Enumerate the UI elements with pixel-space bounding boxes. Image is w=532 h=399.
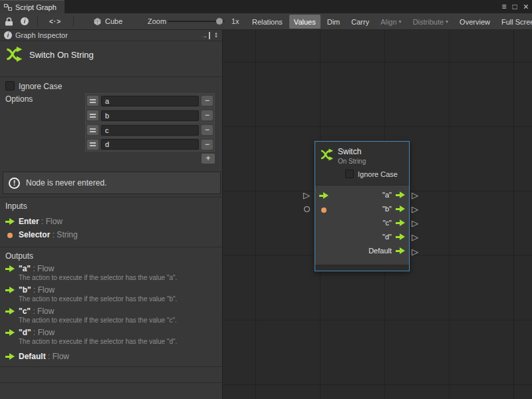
target-object-selector[interactable]: Cube [93, 13, 122, 29]
node-header[interactable]: Switch On String Ignore Case [315, 142, 409, 186]
string-port-icon [7, 233, 13, 238]
divider [0, 247, 222, 247]
dock-icon[interactable]: → [201, 32, 210, 39]
toolbar-button-values[interactable]: Values [289, 15, 321, 29]
flow-input-port-icon[interactable] [319, 192, 329, 199]
code-icon[interactable]: <·> [49, 13, 61, 29]
graph-inspector-panel: i Graph Inspector → ▲ ▼ Switch On String… [0, 30, 223, 399]
remove-option-button[interactable]: − [201, 110, 213, 120]
target-object-label: Cube [105, 17, 122, 25]
inspected-node-title: Switch On String [29, 50, 94, 60]
drag-handle-icon[interactable] [87, 125, 98, 135]
output-connector-a[interactable]: ▷ [412, 191, 418, 200]
remove-option-button[interactable]: − [201, 96, 213, 106]
drag-handle-icon[interactable] [87, 110, 98, 120]
toolbar-button-fullscreen[interactable]: Full Screen [497, 15, 532, 29]
port-type: : Flow [33, 285, 55, 295]
toolbar-button-distribute[interactable]: Distribute ▾ [408, 15, 453, 29]
tab-title: Script Graph [15, 3, 57, 11]
window-menu-icon[interactable]: ≡ [502, 3, 507, 11]
options-list: − − − − [85, 93, 215, 152]
node-port-label: "c" [383, 219, 392, 227]
toolbar-button-carry[interactable]: Carry [346, 15, 374, 29]
flow-output-port-icon[interactable] [396, 192, 406, 198]
output-port-b: "b" : Flow The action to execute if the … [0, 285, 222, 296]
unity-window: Script Graph ≡ □ × i <·> Cube Z [0, 0, 532, 399]
option-input[interactable] [101, 125, 199, 136]
option-input[interactable] [101, 96, 199, 106]
divider [0, 76, 222, 77]
output-port-a: "a" : Flow The action to execute if the … [0, 264, 222, 275]
node-body: "a" "b" "c" [315, 186, 409, 259]
close-icon[interactable]: × [523, 2, 529, 11]
port-description: The action to execute if the selector ha… [19, 317, 215, 324]
port-type: : Flow [41, 217, 63, 226]
node-port-row: Default [315, 245, 409, 259]
add-option-button[interactable]: + [201, 154, 215, 164]
ignore-case-checkbox[interactable] [5, 81, 15, 90]
output-connector-default[interactable]: ▷ [412, 247, 418, 256]
info-toggle-icon[interactable]: i [21, 13, 29, 29]
node-title: Switch [338, 147, 361, 156]
flow-output-port-icon[interactable] [396, 219, 406, 226]
tab-script-graph[interactable]: Script Graph [0, 0, 65, 13]
node-port-row: "d" [315, 231, 409, 245]
flow-output-port-icon[interactable] [396, 205, 406, 212]
port-description: The action to execute if the selector ha… [19, 295, 215, 303]
divider [0, 366, 222, 367]
flow-output-port-icon[interactable] [396, 247, 406, 254]
port-description: The action to execute if the selector ha… [19, 338, 215, 345]
toolbar-button-align[interactable]: Align ▾ [376, 15, 406, 29]
output-port-default: Default : Flow [0, 352, 222, 362]
scroll-down-icon[interactable]: ▼ [214, 35, 218, 39]
node-port-label: Default [368, 247, 392, 255]
drag-handle-icon[interactable] [87, 96, 98, 106]
port-type: : Flow [48, 352, 69, 361]
remove-option-button[interactable]: − [201, 125, 213, 135]
output-connector-b[interactable]: ▷ [412, 205, 418, 213]
option-input[interactable] [101, 139, 199, 150]
toolbar-buttons: Relations Values Dim Carry Align ▾ Distr… [247, 15, 532, 29]
input-port-enter: Enter : Flow [0, 217, 222, 227]
node-port-row: "b" [315, 203, 409, 217]
output-connector-c[interactable]: ▷ [412, 219, 418, 227]
flow-output-port-icon[interactable] [396, 233, 406, 240]
node-ignore-case-label: Ignore Case [358, 170, 398, 178]
maximize-icon[interactable]: □ [513, 3, 517, 11]
input-port-selector: Selector : String [0, 230, 222, 241]
output-connector-d[interactable]: ▷ [412, 233, 418, 241]
remove-option-button[interactable]: − [201, 140, 213, 150]
toolbar-separator [37, 16, 38, 27]
toolbar-button-relations[interactable]: Relations [247, 15, 287, 29]
graph-canvas[interactable]: ▷ ▷ ▷ ▷ ▷ ▷ Switch On String [223, 30, 532, 399]
port-name: "c" [19, 307, 31, 316]
window-controls: ≡ □ × [502, 0, 529, 13]
drag-handle-icon[interactable] [87, 140, 98, 150]
zoom-slider[interactable] [168, 13, 225, 29]
divider [0, 197, 222, 198]
port-type: : String [53, 230, 78, 239]
toolbar-button-dim[interactable]: Dim [323, 15, 345, 29]
switch-on-string-node[interactable]: Switch On String Ignore Case "a" "b" [315, 141, 410, 271]
zoom-slider-knob[interactable] [216, 18, 223, 25]
titlebar: Script Graph ≡ □ × [0, 0, 532, 13]
flow-arrow-icon [5, 218, 15, 225]
ignore-case-label: Ignore Case [19, 82, 62, 91]
inspector-header: i Graph Inspector → ▲ ▼ [0, 30, 222, 41]
scroll-arrows[interactable]: ▲ ▼ [214, 32, 218, 39]
port-name: Enter [19, 217, 39, 226]
zoom-slider-track[interactable] [168, 21, 225, 22]
cube-icon [93, 17, 102, 26]
selector-port-icon[interactable] [321, 207, 327, 213]
zoom-value: 1x [231, 13, 239, 29]
selector-input-connector[interactable] [304, 206, 310, 212]
node-port-label: "a" [382, 191, 392, 199]
port-description: The action to execute if the selector ha… [19, 274, 215, 281]
lock-icon[interactable] [5, 13, 13, 29]
node-ignore-case-checkbox[interactable] [345, 170, 354, 178]
option-input[interactable] [101, 110, 199, 121]
toolbar-button-overview[interactable]: Overview [455, 15, 495, 29]
toolbar-button-distribute-label: Distribute [413, 18, 444, 26]
flow-input-connector[interactable]: ▷ [303, 191, 310, 200]
port-name: Default [19, 352, 46, 361]
